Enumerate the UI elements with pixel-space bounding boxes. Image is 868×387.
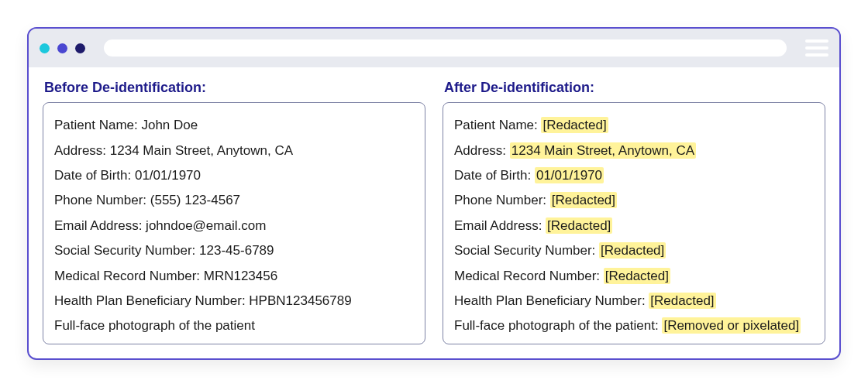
before-column: Before De-identification: Patient Name: … — [43, 80, 425, 344]
window-dot-3 — [75, 43, 85, 53]
field-value: HPBN123456789 — [249, 293, 351, 308]
field-label: Phone Number: — [454, 193, 550, 207]
before-row-7: Health Plan Beneficiary Number: HPBN1234… — [54, 293, 414, 309]
field-label: Patient Name: — [454, 118, 541, 132]
after-heading: After De-identification: — [444, 80, 825, 96]
before-row-5: Social Security Number: 123-45-6789 — [54, 243, 414, 259]
field-label: Full-face photograph of the patient: — [454, 318, 662, 333]
after-column: After De-identification: Patient Name: [… — [443, 80, 825, 344]
field-label: Medical Record Number: — [454, 269, 604, 283]
after-row-5: Social Security Number: [Redacted] — [454, 243, 814, 259]
field-value-highlighted: [Redacted] — [604, 268, 670, 284]
field-value-highlighted: [Redacted] — [599, 242, 666, 259]
title-bar — [29, 29, 839, 67]
field-value: (555) 123-4567 — [150, 193, 240, 207]
field-value-highlighted: [Redacted] — [649, 293, 715, 309]
field-label: Address: — [454, 143, 510, 158]
field-value: 01/01/1970 — [135, 168, 201, 183]
field-label: Email Address: — [54, 218, 146, 233]
field-label: Social Security Number: — [454, 243, 599, 258]
field-label: Patient Name: — [54, 118, 141, 132]
after-row-2: Date of Birth: 01/01/1970 — [454, 168, 814, 183]
field-label: Email Address: — [454, 218, 546, 233]
window-dot-1 — [40, 43, 50, 53]
window-dot-2 — [57, 43, 67, 53]
field-label: Health Plan Beneficiary Number: — [454, 293, 649, 308]
field-label: Phone Number: — [54, 193, 150, 207]
before-panel: Patient Name: John Doe Address: 1234 Mai… — [43, 102, 425, 344]
url-bar[interactable] — [104, 39, 787, 57]
field-value-highlighted: [Removed or pixelated] — [662, 317, 801, 334]
field-value-highlighted: [Redacted] — [550, 192, 617, 208]
after-row-8: Full-face photograph of the patient: [Re… — [454, 318, 814, 334]
field-value: 1234 Main Street, Anytown, CA — [110, 143, 293, 158]
before-row-1: Address: 1234 Main Street, Anytown, CA — [54, 143, 414, 159]
after-panel: Patient Name: [Redacted] Address: 1234 M… — [443, 102, 825, 344]
field-value: 123-45-6789 — [199, 243, 274, 258]
field-value: John Doe — [141, 118, 198, 132]
field-label: Health Plan Beneficiary Number: — [54, 293, 249, 308]
content-area: Before De-identification: Patient Name: … — [29, 67, 839, 358]
before-row-2: Date of Birth: 01/01/1970 — [54, 168, 414, 183]
field-value-highlighted: [Redacted] — [541, 117, 608, 133]
field-label: Medical Record Number: — [54, 269, 204, 283]
field-label: Date of Birth: — [54, 168, 135, 183]
before-row-6: Medical Record Number: MRN123456 — [54, 269, 414, 284]
field-value: johndoe@email.com — [146, 218, 266, 233]
before-row-0: Patient Name: John Doe — [54, 118, 414, 133]
field-value-highlighted: 01/01/1970 — [535, 167, 604, 183]
after-row-1: Address: 1234 Main Street, Anytown, CA — [454, 143, 814, 159]
after-row-0: Patient Name: [Redacted] — [454, 118, 814, 133]
field-label: Full-face photograph of the patient — [54, 318, 255, 333]
after-row-6: Medical Record Number: [Redacted] — [454, 269, 814, 284]
before-row-3: Phone Number: (555) 123-4567 — [54, 193, 414, 208]
field-label: Address: — [54, 143, 110, 158]
field-value: MRN123456 — [204, 269, 277, 283]
field-value-highlighted: [Redacted] — [546, 217, 612, 234]
before-heading: Before De-identification: — [44, 80, 425, 96]
browser-window: Before De-identification: Patient Name: … — [27, 27, 841, 360]
after-row-4: Email Address: [Redacted] — [454, 218, 814, 234]
before-row-8: Full-face photograph of the patient — [54, 318, 414, 334]
hamburger-menu-icon[interactable] — [805, 39, 828, 57]
field-label: Date of Birth: — [454, 168, 535, 183]
after-row-3: Phone Number: [Redacted] — [454, 193, 814, 208]
after-row-7: Health Plan Beneficiary Number: [Redacte… — [454, 293, 814, 309]
field-value-highlighted: 1234 Main Street, Anytown, CA — [510, 142, 696, 159]
field-label: Social Security Number: — [54, 243, 199, 258]
before-row-4: Email Address: johndoe@email.com — [54, 218, 414, 234]
